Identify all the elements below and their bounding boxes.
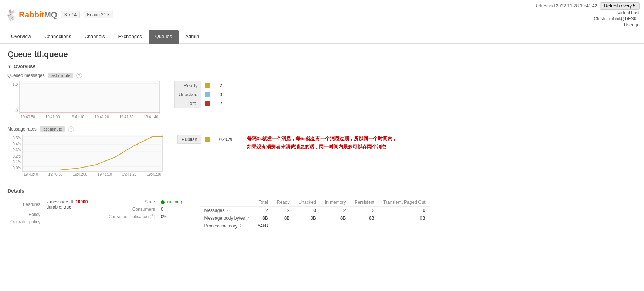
nav-exchanges[interactable]: Exchanges: [111, 30, 148, 44]
consumers-value: 0: [158, 206, 185, 213]
legend-total-key: Total: [175, 99, 201, 108]
rates-chart: [22, 135, 163, 172]
rates-help-icon[interactable]: ?: [68, 126, 74, 132]
annotation-box: 每隔3s就发一个消息，每5s就会有一个消息过期，所以同一个时间内， 如果没有消费…: [247, 135, 397, 151]
queued-chart: [19, 81, 160, 114]
chart1-x-labels: 19:40:50 19:41:00 19:41:10 19:41:20 19:4…: [7, 115, 160, 119]
details-section: Details Features x-message-ttl: 10000 du…: [7, 188, 637, 230]
user-info: User gu: [624, 22, 640, 27]
stats-header-transient: Transient, Paged Out: [379, 198, 430, 207]
main-nav: Overview Connections Channels Exchanges …: [0, 30, 644, 44]
queued-badge: last minute: [48, 73, 73, 78]
legend-publish-value: 0.40/s: [216, 135, 236, 144]
y-min-label: 0.0: [9, 109, 18, 113]
details-title: Details: [7, 188, 637, 194]
message-rates-section: Message rates last minute ? 0.5/s 0.4/s …: [7, 126, 637, 176]
erlang-badge: Erlang 21.3: [84, 11, 113, 18]
rates-badge: last minute: [40, 126, 65, 132]
y-max-label: 1.0: [9, 82, 18, 87]
overview-label: Overview: [14, 64, 35, 69]
features-value: x-message-ttl: 10000 durable: true: [43, 198, 91, 211]
stats-header-persistent: Persistent: [350, 198, 379, 207]
chart2-x-labels: 19:40:40 19:40:50 19:41:00 19:41:10 19:4…: [7, 172, 163, 176]
nav-channels[interactable]: Channels: [78, 30, 111, 44]
legend-total-value: 2: [216, 99, 226, 108]
features-table: Features x-message-ttl: 10000 durable: t…: [7, 198, 91, 226]
consumer-util-value: 0%: [158, 213, 185, 220]
logo: 🐇 RabbitMQ: [4, 9, 57, 21]
legend-total-color: [201, 99, 216, 108]
overview-section: ▼ Overview Queued messages last minute ?…: [7, 64, 637, 176]
rates-legend: Publish 0.40/s: [177, 135, 236, 144]
queued-help-icon[interactable]: ?: [76, 73, 82, 78]
queued-chart-container: 1.0 0.0: [7, 81, 637, 119]
stats-table: Total Ready Unacked In memory Persistent…: [200, 198, 430, 230]
operator-policy-label: Operator policy: [7, 218, 43, 226]
rabbit-icon: 🐇: [4, 9, 17, 21]
stats-row-message-body-bytes: Message body bytes ? 8B 8B 0B 8B 8B 0B: [200, 214, 430, 222]
queued-messages-section: Queued messages last minute ? 1.0 0.0: [7, 73, 637, 119]
top-right-info: Refreshed 2022-11-28 19:41:42 Refresh ev…: [534, 2, 640, 27]
nav-queues[interactable]: Queues: [149, 30, 179, 44]
annotation-line1: 每隔3s就发一个消息，每5s就会有一个消息过期，所以同一个时间内，: [247, 135, 397, 143]
overview-header[interactable]: ▼ Overview: [7, 64, 637, 69]
refresh-area: Refreshed 2022-11-28 19:41:42 Refresh ev…: [534, 2, 640, 10]
rates-chart-container: 0.5/s 0.4/s 0.3/s 0.2/s 0.1/s 0.0/s: [7, 135, 637, 176]
queued-messages-label: Queued messages: [7, 73, 45, 78]
legend-ready-key: Ready: [175, 81, 201, 90]
state-value: running: [158, 198, 185, 206]
collapse-arrow: ▼: [7, 64, 11, 69]
stats-header-total: Total: [253, 198, 272, 207]
stats-row-messages: Messages ? 2 2 0 2 2 0: [200, 207, 430, 214]
stats-header-in-memory: In memory: [321, 198, 350, 207]
stats-row-process-memory: Process memory ? 54kB: [200, 222, 430, 230]
consumers-label: Consumers: [105, 206, 158, 213]
logo-area: 🐇 RabbitMQ 3.7.14 Erlang 21.3: [4, 9, 113, 21]
virtual-host: Virtual host: [617, 10, 640, 16]
state-label: State: [105, 198, 158, 206]
nav-admin[interactable]: Admin: [179, 30, 206, 44]
legend-unacked-key: Unacked: [175, 90, 201, 99]
annotation-line2: 如果没有消费者来消费消息的话，同一时间内最多可以存两个消息: [247, 143, 397, 151]
legend-ready-color: [201, 81, 216, 90]
version-badge: 3.7.14: [61, 11, 80, 18]
stats-header-unacked: Unacked: [294, 198, 320, 207]
operator-policy-value: [43, 218, 91, 226]
state-table: State running Consumers 0 Consumer utili…: [105, 198, 185, 220]
cluster-info: Cluster rabbit@DESKT: [594, 16, 640, 21]
legend-publish-key: Publish: [178, 135, 201, 144]
refresh-button[interactable]: Refresh every 5: [600, 2, 640, 10]
policy-value: [43, 211, 91, 218]
refresh-timestamp: Refreshed 2022-11-28 19:41:42: [534, 3, 597, 9]
queued-legend: Ready 2 Unacked 0 Total 2: [174, 81, 226, 108]
legend-unacked-color: [201, 90, 216, 99]
legend-publish-color: [201, 135, 216, 144]
features-label: Features: [7, 198, 43, 211]
page-title: Queue ttl.queue: [7, 50, 637, 59]
legend-unacked-value: 0: [216, 90, 226, 99]
logo-text: RabbitMQ: [19, 10, 57, 20]
stats-header-ready: Ready: [272, 198, 294, 207]
message-rates-label: Message rates: [7, 126, 37, 132]
queued-chart-svg: [20, 81, 160, 115]
rates-chart-svg: [23, 135, 163, 172]
nav-overview[interactable]: Overview: [4, 30, 38, 44]
nav-connections[interactable]: Connections: [38, 30, 78, 44]
policy-label: Policy: [7, 211, 43, 218]
legend-ready-value: 2: [216, 81, 226, 90]
consumer-util-label: Consumer utilisation ?: [105, 213, 158, 220]
